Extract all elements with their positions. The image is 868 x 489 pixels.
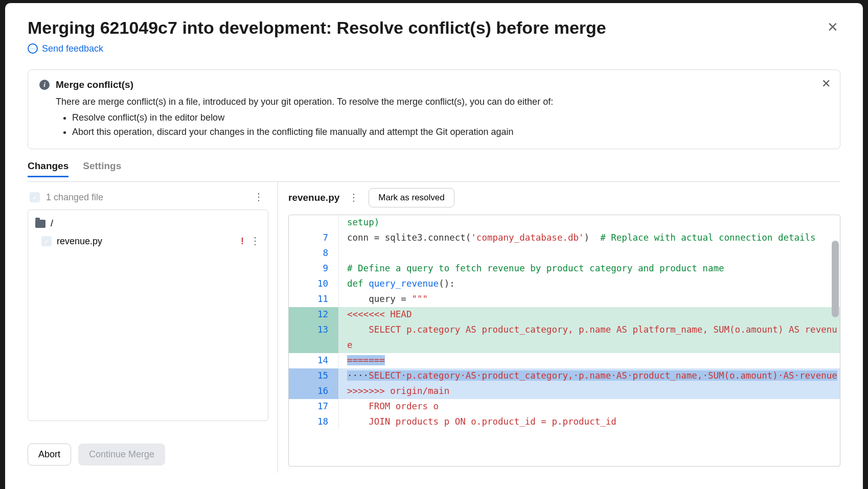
modal-header: Merging 621049c7 into development: Resol…: [28, 17, 840, 38]
line-number: 18: [289, 414, 339, 430]
changed-file-count: 1 changed file: [46, 192, 103, 203]
code-content[interactable]: =======: [339, 353, 840, 368]
file-tree: / ✓ revenue.py ! ⋯: [28, 209, 268, 421]
code-line[interactable]: 10def query_revenue():: [289, 276, 840, 292]
code-line[interactable]: 15····SELECT·p.category·AS·product_categ…: [289, 368, 840, 384]
code-editor[interactable]: setup)7conn = sqlite3.connect('company_d…: [288, 215, 840, 467]
line-number: 13: [289, 322, 339, 353]
code-content[interactable]: def query_revenue():: [339, 276, 840, 292]
select-all-checkbox[interactable]: ✓: [30, 192, 40, 202]
code-line[interactable]: 12<<<<<<< HEAD: [289, 307, 840, 322]
file-checkbox[interactable]: ✓: [41, 236, 52, 246]
code-content[interactable]: FROM orders o: [339, 399, 840, 414]
editor-menu-button[interactable]: ⋯: [349, 192, 359, 204]
file-item-revenue[interactable]: ✓ revenue.py ! ⋯: [28, 232, 268, 250]
folder-icon: [35, 220, 45, 228]
sidebar-header: ✓ 1 changed file ⋯: [28, 189, 268, 209]
scrollbar-thumb[interactable]: [832, 241, 839, 317]
code-content[interactable]: # Define a query to fetch revenue by pro…: [339, 261, 840, 276]
code-line[interactable]: 11 query = """: [289, 292, 840, 307]
code-content[interactable]: [339, 246, 840, 261]
changes-sidebar: ✓ 1 changed file ⋯ / ✓ revenue.py !: [28, 182, 278, 473]
code-content[interactable]: JOIN products p ON o.product_id = p.prod…: [339, 414, 840, 430]
line-number: 10: [289, 276, 339, 292]
banner-bullet: Resolve conflict(s) in the editor below: [72, 110, 829, 125]
root-label: /: [51, 218, 53, 229]
abort-button[interactable]: Abort: [28, 444, 71, 465]
conflict-indicator-icon: !: [241, 236, 244, 247]
code-line[interactable]: 16>>>>>>> origin/main: [289, 384, 840, 399]
line-number: 12: [289, 307, 339, 322]
banner-bullet: Abort this operation, discard your chang…: [72, 125, 829, 139]
code-content[interactable]: query = """: [339, 292, 840, 307]
file-menu-button[interactable]: ⋯: [250, 235, 261, 247]
tree-root[interactable]: /: [28, 215, 268, 232]
kebab-icon: ⋯: [253, 192, 265, 203]
chat-icon: ⋯: [28, 43, 38, 54]
line-number: 7: [289, 230, 339, 246]
content-row: ✓ 1 changed file ⋯ / ✓ revenue.py !: [28, 181, 840, 473]
code-content[interactable]: setup): [339, 215, 840, 230]
code-content[interactable]: <<<<<<< HEAD: [339, 307, 840, 322]
code-content[interactable]: SELECT p.category AS product_category, p…: [339, 322, 840, 353]
editor-panel: revenue.py ⋯ Mark as resolved setup)7con…: [278, 182, 840, 473]
sidebar-menu-button[interactable]: ⋯: [254, 191, 264, 203]
action-row: Abort Continue Merge: [28, 444, 268, 465]
line-number: 16: [289, 384, 339, 399]
close-icon: ✕: [821, 77, 831, 90]
editor-header: revenue.py ⋯ Mark as resolved: [288, 188, 840, 215]
info-icon: i: [39, 80, 50, 90]
close-icon: ✕: [827, 19, 838, 35]
kebab-icon: ⋯: [249, 236, 262, 247]
send-feedback-link[interactable]: ⋯ Send feedback: [28, 43, 103, 54]
code-line[interactable]: 9# Define a query to fetch revenue by pr…: [289, 261, 840, 276]
modal-title: Merging 621049c7 into development: Resol…: [28, 17, 606, 38]
line-number: [289, 215, 339, 230]
code-content[interactable]: conn = sqlite3.connect('company_database…: [339, 230, 840, 246]
code-content[interactable]: >>>>>>> origin/main: [339, 384, 840, 399]
banner-close-button[interactable]: ✕: [821, 77, 831, 90]
kebab-icon: ⋯: [348, 193, 360, 203]
tab-changes[interactable]: Changes: [28, 160, 68, 177]
banner-body: There are merge conflict(s) in a file, i…: [39, 95, 829, 139]
editor-filename: revenue.py: [288, 192, 339, 203]
close-modal-button[interactable]: ✕: [825, 17, 840, 37]
file-name: revenue.py: [57, 236, 102, 247]
code-line[interactable]: 7conn = sqlite3.connect('company_databas…: [289, 230, 840, 246]
line-number: 14: [289, 353, 339, 368]
code-line[interactable]: 17 FROM orders o: [289, 399, 840, 414]
line-number: 11: [289, 292, 339, 307]
tab-settings[interactable]: Settings: [83, 160, 121, 177]
banner-intro: There are merge conflict(s) in a file, i…: [56, 95, 829, 109]
line-number: 15: [289, 368, 339, 384]
line-number: 8: [289, 246, 339, 261]
code-line[interactable]: setup): [289, 215, 840, 230]
code-line[interactable]: 14=======: [289, 353, 840, 368]
code-content[interactable]: ····SELECT·p.category·AS·product_categor…: [339, 368, 840, 384]
banner-title: Merge conflict(s): [56, 79, 133, 90]
line-number: 17: [289, 399, 339, 414]
line-number: 9: [289, 261, 339, 276]
feedback-label: Send feedback: [42, 43, 103, 54]
info-banner: ✕ i Merge conflict(s) There are merge co…: [28, 69, 840, 149]
code-line[interactable]: 8: [289, 246, 840, 261]
mark-resolved-button[interactable]: Mark as resolved: [369, 188, 454, 207]
code-line[interactable]: 13 SELECT p.category AS product_category…: [289, 322, 840, 353]
banner-header: i Merge conflict(s): [39, 79, 829, 90]
merge-conflict-modal: Merging 621049c7 into development: Resol…: [5, 3, 863, 489]
continue-merge-button: Continue Merge: [78, 444, 165, 465]
tabs: Changes Settings: [28, 160, 840, 177]
code-line[interactable]: 18 JOIN products p ON o.product_id = p.p…: [289, 414, 840, 430]
